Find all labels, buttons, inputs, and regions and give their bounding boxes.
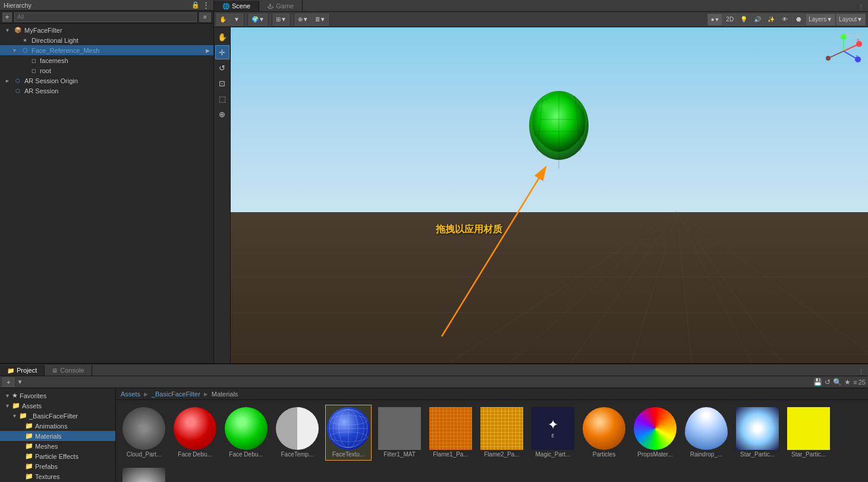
scene-tab-menu[interactable]: ⋮ xyxy=(854,4,868,11)
asset-item-props-mater[interactable]: PropsMater... xyxy=(632,405,678,461)
asset-name-filter1-mat: Filter1_MAT xyxy=(383,451,416,458)
menu-icon[interactable]: ⋮ xyxy=(202,1,210,10)
icon-facemesh: ◻ xyxy=(29,56,38,65)
folder-meshes[interactable]: 📁 Meshes xyxy=(0,441,115,451)
icon-bff: 📁 xyxy=(19,412,27,420)
label-ar-session: AR Session xyxy=(24,87,58,94)
add-asset-button[interactable]: + xyxy=(2,377,14,387)
bottom-panel-menu[interactable]: ⋮ xyxy=(854,368,868,376)
hierarchy-item-root[interactable]: ◻ root xyxy=(0,65,213,75)
refresh-btn[interactable]: ↺ xyxy=(825,378,831,386)
asset-item-star-partic2[interactable]: Star_Partic... xyxy=(785,405,832,461)
asset-item-raindrop[interactable]: Raindrop_... xyxy=(683,405,729,461)
hierarchy-item-facemesh[interactable]: ◻ facemesh xyxy=(0,55,213,65)
toolbar-light-toggle[interactable]: 💡 xyxy=(737,14,750,26)
filter-icon[interactable]: ≡ xyxy=(199,12,211,22)
bc-bff[interactable]: _BasicFaceFilter xyxy=(152,390,200,398)
tab-scene[interactable]: 🌐 Scene xyxy=(214,1,259,11)
asset-item-wispy-smo[interactable]: WispySmo... xyxy=(121,465,167,482)
project-layout: ▼ ★ Favorites ▼ 📁 Assets ▼ 📁 _BasicFaceF… xyxy=(0,388,868,482)
toolbar-dropdown-btn[interactable]: ▼ xyxy=(230,14,243,26)
folder-textures[interactable]: 📁 Textures xyxy=(0,471,115,481)
lock-icon[interactable]: 🔒 xyxy=(191,1,200,9)
asset-item-magic-part[interactable]: ✦ ε Magic_Part... xyxy=(530,405,576,461)
tab-project[interactable]: 📁 Project xyxy=(0,365,45,376)
asset-item-face-debug-red[interactable]: Face Debu... xyxy=(172,405,218,461)
add-hierarchy-button[interactable]: + xyxy=(2,12,12,22)
favorites-btn[interactable]: ★ xyxy=(844,378,851,386)
asset-name-face-debug-green: Face Debu... xyxy=(229,451,263,458)
toolbar-grid-btn[interactable]: ⊞▼ xyxy=(273,14,290,26)
asset-thumb-face-temp xyxy=(276,407,319,450)
hierarchy-content: ▼ 📦 MyFaceFilter ☀ Directional Light ▼ ⬡… xyxy=(0,24,213,363)
save-layout-btn[interactable]: 💾 xyxy=(813,378,822,386)
asset-name-magic-part: Magic_Part... xyxy=(536,451,571,458)
folder-animations[interactable]: 📁 Animations xyxy=(0,421,115,431)
asset-thumb-star-partic2 xyxy=(787,407,830,450)
tool-transform-btn[interactable]: ⊕ xyxy=(215,107,229,121)
tool-hand-btn[interactable]: ✋ xyxy=(215,30,229,44)
asset-item-flame1[interactable]: Flame1_Pa... xyxy=(427,405,474,461)
asset-item-star-partic1[interactable]: Star_Partic... xyxy=(734,405,781,461)
toolbar-2d-btn[interactable]: 2D xyxy=(723,14,737,26)
folder-particle-effects[interactable]: 📁 Particle Effects xyxy=(0,451,115,461)
toolbar-gizmo-btn[interactable]: ⊕▼ xyxy=(295,14,312,26)
toolbar-hand-btn[interactable]: ✋ xyxy=(216,14,229,26)
toolbar-overdraw-btn[interactable]: ⬣ xyxy=(792,14,805,26)
asset-item-face-temp[interactable]: FaceTemp... xyxy=(274,405,320,461)
toolbar-render-btn[interactable]: ≣▼ xyxy=(312,14,329,26)
hierarchy-search-input[interactable] xyxy=(14,12,197,22)
tool-rect-btn[interactable]: ⬚ xyxy=(215,92,229,106)
asset-name-particles: Particles xyxy=(593,451,615,458)
sep1 xyxy=(246,14,246,25)
asset-item-face-debug-green[interactable]: Face Debu... xyxy=(223,405,269,461)
tab-console[interactable]: 🖥 Console xyxy=(45,365,92,376)
hierarchy-item-ar-session-origin[interactable]: ► ⬡ AR Session Origin xyxy=(0,75,213,86)
toolbar-layout-btn[interactable]: Layout▼ xyxy=(836,14,866,26)
hierarchy-item-ar-session[interactable]: ⬡ AR Session xyxy=(0,86,213,96)
tool-scale-btn[interactable]: ⊡ xyxy=(215,76,229,90)
add-dropdown-icon[interactable]: ▼ xyxy=(17,379,23,385)
hierarchy-item-directional-light[interactable]: ☀ Directional Light xyxy=(0,35,213,45)
toolbar-audio-btn[interactable]: 🔊 xyxy=(751,14,764,26)
bc-assets[interactable]: Assets xyxy=(121,390,140,398)
toolbar-fx-btn[interactable]: ✨ xyxy=(765,14,778,26)
asset-item-face-textu[interactable]: FaceTextu... xyxy=(325,405,372,461)
face-mesh-object xyxy=(522,87,593,171)
label-favorites: Favorites xyxy=(20,392,46,399)
folder-prefabs[interactable]: 📁 Prefabs xyxy=(0,461,115,471)
tool-move-btn[interactable]: ✛ xyxy=(215,45,229,59)
tool-rotate-btn[interactable]: ↺ xyxy=(215,61,229,75)
viewport-inner: 拖拽以应用材质 ← Persp X xyxy=(231,27,868,363)
folder-basic-face-filter[interactable]: ▼ 📁 _BasicFaceFilter xyxy=(0,411,115,421)
asset-thumb-flame2 xyxy=(480,407,523,450)
folder-materials[interactable]: 📁 Materials xyxy=(0,431,115,441)
gizmo-widget[interactable]: X Y Z xyxy=(825,32,863,71)
icon-ar-session: ⬡ xyxy=(13,87,23,95)
icon-directional-light: ☀ xyxy=(20,36,30,45)
search-btn[interactable]: 🔍 xyxy=(833,378,842,386)
icon-particle-effects: 📁 xyxy=(25,452,33,460)
toolbar-persp-right-btn[interactable]: ●▼ xyxy=(707,14,722,26)
tab-game[interactable]: 🕹 Game xyxy=(259,1,303,11)
asset-item-filter1-mat[interactable]: Filter1_MAT xyxy=(376,405,423,461)
asset-item-particles[interactable]: Particles xyxy=(581,405,627,461)
scene-toolbar: ✋ ▼ 🌍▼ ⊞▼ ⊕▼ ≣▼ xyxy=(214,12,868,27)
asset-item-cloud[interactable]: Cloud_Part... xyxy=(121,405,167,461)
project-tab-label: Project xyxy=(17,367,37,374)
toolbar-scene-vis-btn[interactable]: 👁 xyxy=(778,14,791,26)
hierarchy-toolbar: + ≡ xyxy=(0,11,213,24)
toolbar-persp-btn[interactable]: 🌍▼ xyxy=(249,14,268,26)
folder-favorites[interactable]: ▼ ★ Favorites xyxy=(0,390,115,401)
hierarchy-item-myfacefilter[interactable]: ▼ 📦 MyFaceFilter xyxy=(0,25,213,35)
assets-area: Assets ► _BasicFaceFilter ► Materials Cl… xyxy=(116,388,868,482)
folder-assets[interactable]: ▼ 📁 Assets xyxy=(0,401,115,411)
scene-tab-label: Scene xyxy=(232,2,250,10)
viewport[interactable]: ✋ ✛ ↺ ⊡ ⬚ ⊕ xyxy=(214,27,868,363)
hierarchy-item-face-reference-mesh[interactable]: ▼ ⬡ Face_Reference_Mesh ► xyxy=(0,45,213,55)
asset-thumb-star-partic1 xyxy=(736,407,779,450)
icon-root: ◻ xyxy=(29,67,38,75)
toolbar-layer-btn[interactable]: Layers▼ xyxy=(806,14,835,26)
arrow-assets: ▼ xyxy=(5,403,12,409)
asset-item-flame2[interactable]: Flame2_Pa... xyxy=(479,405,525,461)
